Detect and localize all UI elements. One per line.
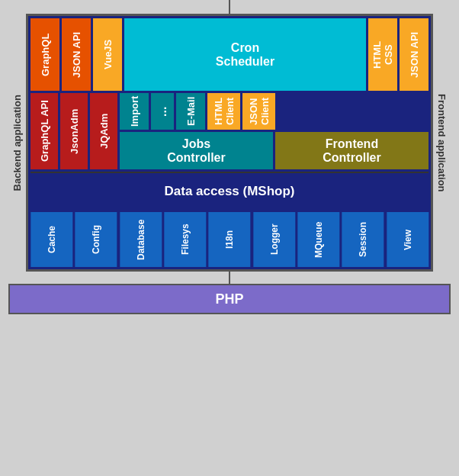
cache-label: Cache <box>47 226 57 253</box>
frontend-controller-cell: FrontendController <box>275 132 429 169</box>
php-label: PHP <box>215 291 243 307</box>
view-cell: View <box>387 212 429 267</box>
graphql-cell: GraphQL <box>30 18 59 91</box>
middle-right: Import ... E-Mail HTMLClient JSONClient <box>120 93 429 169</box>
mid-top-row: Import ... E-Mail HTMLClient JSONClient <box>120 93 429 130</box>
jqadm-cell: JQAdm <box>90 93 117 169</box>
middle-row: GraphQL API JsonAdm JQAdm Import <box>30 93 429 169</box>
jobs-controller-label: JobsController <box>167 137 225 165</box>
diagram-wrapper: Backend application GraphQL JSON API Vue… <box>0 0 459 476</box>
logger-label: Logger <box>268 224 279 256</box>
json-client-label: JSONClient <box>248 98 271 125</box>
frontend-label: Frontend application <box>433 91 451 195</box>
database-label: Database <box>135 219 146 259</box>
main-box: GraphQL JSON API VueJS CronScheduler HTM… <box>26 14 433 272</box>
dots-label: ... <box>156 106 169 116</box>
json-api-left-label: JSON API <box>71 31 82 77</box>
data-access-row: Data access (MShop) <box>30 172 429 210</box>
top-row: GraphQL JSON API VueJS CronScheduler HTM… <box>30 18 429 91</box>
html-client-cell: HTMLClient <box>207 93 240 130</box>
php-bar: PHP <box>8 284 451 314</box>
config-label: Config <box>91 225 101 254</box>
json-api-right-label: JSON API <box>409 31 420 77</box>
i18n-label: I18n <box>224 230 235 249</box>
graphql-api-label: GraphQL API <box>39 101 50 162</box>
mid-bottom-row: JobsController FrontendController <box>120 132 429 169</box>
top-connector <box>229 0 230 14</box>
html-client-label: HTMLClient <box>213 98 236 125</box>
html-css-label: HTMLCSS <box>371 40 394 68</box>
import-label: Import <box>129 96 140 127</box>
filesys-label: Filesys <box>180 224 191 256</box>
backend-label: Backend application <box>8 92 26 194</box>
view-label: View <box>402 229 412 249</box>
dots-cell: ... <box>151 93 174 130</box>
config-cell: Config <box>75 212 117 267</box>
jobs-controller-cell: JobsController <box>120 132 273 169</box>
jqadm-label: JQAdm <box>98 114 110 149</box>
frontend-controller-label: FrontendController <box>323 137 380 165</box>
i18n-cell: I18n <box>208 212 250 267</box>
email-label: E-Mail <box>185 97 197 126</box>
cron-scheduler-label: CronScheduler <box>216 41 274 69</box>
left-tall-group: GraphQL API JsonAdm JQAdm <box>30 93 117 169</box>
jsonadm-label: JsonAdm <box>69 108 80 153</box>
database-cell: Database <box>120 212 162 267</box>
session-cell: Session <box>342 212 384 267</box>
cache-cell: Cache <box>30 212 72 267</box>
services-row: Cache Config Database Filesys I18n Logge… <box>30 212 429 267</box>
json-client-cell: JSONClient <box>242 93 275 130</box>
html-css-cell: HTMLCSS <box>368 18 397 91</box>
email-cell: E-Mail <box>176 93 205 130</box>
jsonadm-cell: JsonAdm <box>60 93 88 169</box>
import-cell: Import <box>120 93 149 130</box>
data-access-label: Data access (MShop) <box>165 184 295 199</box>
vuejs-cell: VueJS <box>93 18 122 91</box>
vuejs-label: VueJS <box>102 40 114 69</box>
logger-cell: Logger <box>253 212 295 267</box>
cron-scheduler-cell: CronScheduler <box>124 18 366 91</box>
graphql-api-cell: GraphQL API <box>30 93 58 169</box>
json-api-left-cell: JSON API <box>62 18 91 91</box>
json-api-right-cell: JSON API <box>400 18 429 91</box>
mqueue-label: MQueue <box>313 221 324 257</box>
bottom-connector <box>229 272 230 284</box>
session-label: Session <box>358 222 368 257</box>
filesys-cell: Filesys <box>164 212 206 267</box>
mqueue-cell: MQueue <box>297 212 339 267</box>
diagram-area: Backend application GraphQL JSON API Vue… <box>8 14 451 272</box>
graphql-label: GraphQL <box>40 33 51 76</box>
